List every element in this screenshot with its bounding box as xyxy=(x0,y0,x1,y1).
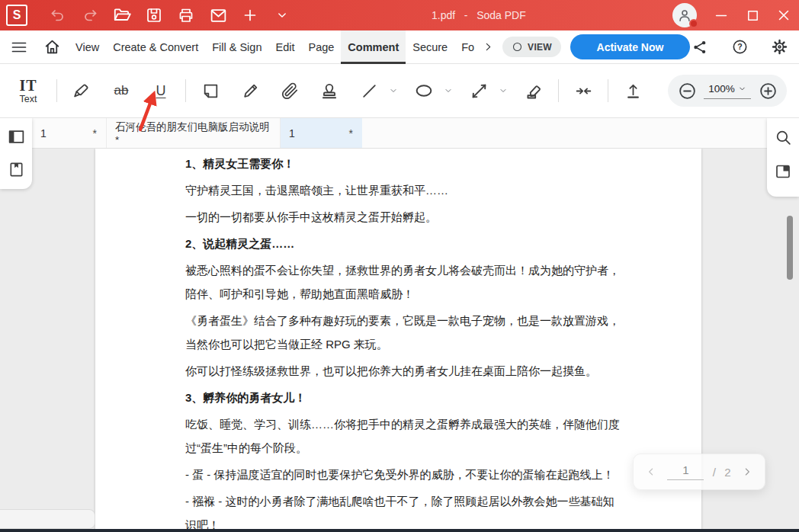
menu-item-view[interactable]: View xyxy=(69,30,106,64)
highlighter-icon xyxy=(72,81,91,101)
thumbnail-panel-icon xyxy=(774,162,792,181)
more-actions-dropdown[interactable] xyxy=(273,6,291,24)
highlighter-tool[interactable] xyxy=(66,72,97,109)
print-icon xyxy=(177,6,195,24)
radio-circle-icon xyxy=(512,41,523,53)
mail-icon xyxy=(209,6,228,25)
main-menu-button[interactable] xyxy=(9,37,29,57)
menu-item-comment[interactable]: Comment xyxy=(341,30,406,64)
previous-page-button[interactable] xyxy=(643,464,659,479)
merge-arrows-icon xyxy=(574,82,593,101)
activate-now-button[interactable]: Activate Now xyxy=(570,34,690,59)
zoom-out-button[interactable] xyxy=(677,81,697,101)
account-button[interactable] xyxy=(672,3,697,27)
menu-item-edit[interactable]: Edit xyxy=(268,30,301,64)
chevron-down-icon xyxy=(738,85,746,93)
pencil-tool[interactable] xyxy=(235,72,265,109)
print-button[interactable] xyxy=(177,6,195,24)
sticky-note-tool[interactable] xyxy=(195,72,226,109)
ellipse-tool[interactable] xyxy=(409,72,439,109)
undo-button[interactable] xyxy=(49,6,67,24)
pdf-page: 1、精灵女王需要你！ 守护精灵王国，击退黑暗领主，让世界重获和平…… 一切的一切… xyxy=(95,149,701,532)
strikethrough-tool[interactable]: ab xyxy=(106,72,136,109)
paperclip-icon xyxy=(281,82,300,101)
document-tab-active[interactable]: 1 * xyxy=(281,118,362,148)
window-bottom-edge xyxy=(0,529,799,532)
add-document-button[interactable] xyxy=(241,6,259,24)
maximize-button[interactable] xyxy=(743,6,762,24)
menu-item-page[interactable]: Page xyxy=(301,30,341,64)
document-tab-bar: 1 * 石河伦吾的朋友们电脑版启动说明* 1 * xyxy=(0,118,799,149)
plus-icon xyxy=(241,6,259,24)
underline-tool[interactable]: U xyxy=(146,72,176,109)
search-button[interactable] xyxy=(773,127,793,147)
page-separator: / xyxy=(713,466,716,479)
email-button[interactable] xyxy=(209,6,227,24)
settings-button[interactable] xyxy=(769,37,789,57)
close-button[interactable] xyxy=(775,6,793,24)
status-strip xyxy=(0,509,95,529)
flatten-comments-tool[interactable] xyxy=(568,72,598,109)
bookmarks-button[interactable] xyxy=(6,159,26,179)
chevron-down-icon xyxy=(499,86,508,95)
page-panel-button[interactable] xyxy=(6,127,26,146)
doc-heading: 1、精灵女王需要你！ xyxy=(185,152,620,175)
circle-minus-icon xyxy=(678,82,697,101)
next-page-button[interactable] xyxy=(740,464,755,479)
open-folder-icon xyxy=(112,5,132,25)
view-mode-toggle[interactable]: VIEW xyxy=(502,37,561,57)
measure-tool[interactable] xyxy=(464,72,494,109)
chevron-right-icon xyxy=(741,466,753,478)
zoom-controls: 100% xyxy=(668,75,787,107)
export-comments-tool[interactable] xyxy=(618,72,648,109)
menu-item-forms-truncated[interactable]: Fo xyxy=(454,30,481,64)
soda-pdf-window: S xyxy=(0,0,799,532)
text-comment-tool[interactable]: IT Text xyxy=(9,72,47,109)
zoom-in-button[interactable] xyxy=(758,81,778,101)
window-title: 1.pdf - Soda PDF xyxy=(432,0,526,30)
open-file-button[interactable] xyxy=(113,6,131,24)
help-button[interactable]: ? xyxy=(730,37,749,57)
thumbnails-button[interactable] xyxy=(773,162,793,181)
doc-paragraph: 守护精灵王国，击退黑暗领主，让世界重获和平…… xyxy=(185,178,620,202)
pencil-icon xyxy=(241,82,260,101)
hamburger-icon xyxy=(10,38,28,56)
save-button[interactable] xyxy=(145,6,163,24)
stamp-tool[interactable] xyxy=(314,72,345,109)
current-page-input[interactable]: 1 xyxy=(667,463,704,480)
eraser-icon xyxy=(524,81,544,101)
zoom-level-select[interactable]: 100% xyxy=(704,83,751,99)
attachment-tool[interactable] xyxy=(274,72,305,109)
search-icon xyxy=(774,128,793,147)
menu-overflow-button[interactable] xyxy=(481,37,495,57)
line-tool-dropdown[interactable] xyxy=(387,72,400,109)
toolbar-divider xyxy=(608,79,608,102)
home-tab[interactable] xyxy=(42,37,62,57)
save-icon xyxy=(145,6,163,24)
chevron-right-icon xyxy=(483,41,494,53)
share-button[interactable] xyxy=(690,37,710,57)
measure-tool-dropdown[interactable] xyxy=(497,72,509,109)
line-tool[interactable] xyxy=(354,72,384,109)
redo-button[interactable] xyxy=(81,6,99,24)
minimize-button[interactable] xyxy=(712,6,730,24)
title-bar: S xyxy=(0,0,799,30)
menu-item-secure[interactable]: Secure xyxy=(406,30,454,64)
document-tab[interactable]: 石河伦吾的朋友们电脑版启动说明* xyxy=(107,118,281,148)
stamp-icon xyxy=(319,81,339,101)
maximize-icon xyxy=(745,8,761,24)
vertical-scrollbar-thumb[interactable] xyxy=(787,216,793,280)
underline-icon: U xyxy=(156,83,166,99)
document-workspace: 1、精灵女王需要你！ 守护精灵王国，击退黑暗领主，让世界重获和平…… 一切的一切… xyxy=(0,149,799,532)
side-panel-icon xyxy=(7,127,26,146)
circle-plus-icon xyxy=(759,82,778,101)
chevron-left-icon xyxy=(645,466,657,478)
svg-text:?: ? xyxy=(737,42,742,51)
menu-item-create-convert[interactable]: Create & Convert xyxy=(106,30,205,64)
share-icon xyxy=(692,39,708,56)
menu-item-fill-sign[interactable]: Fill & Sign xyxy=(205,30,268,64)
shape-tool-dropdown[interactable] xyxy=(442,72,454,109)
document-tab[interactable]: 1 * xyxy=(32,118,107,148)
eraser-tool[interactable] xyxy=(518,72,549,109)
upload-icon xyxy=(624,82,643,101)
